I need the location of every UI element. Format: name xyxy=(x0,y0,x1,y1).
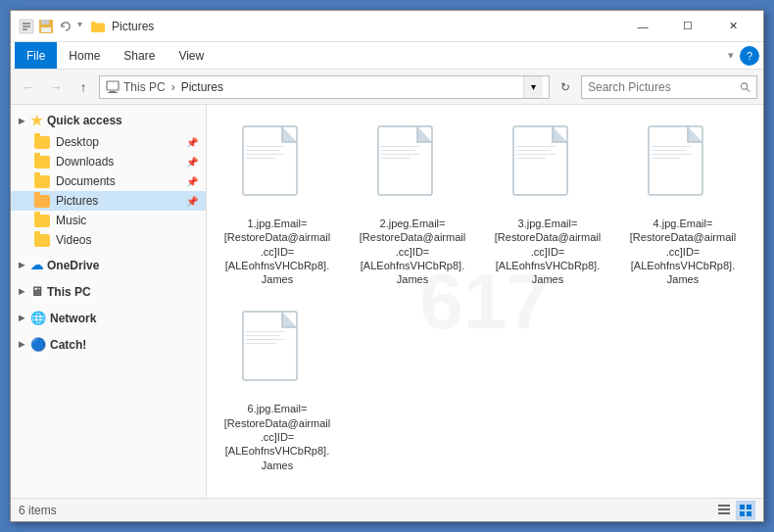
this-pc-label: This PC xyxy=(47,285,91,299)
onedrive-label: OneDrive xyxy=(47,259,99,272)
close-button[interactable]: ✕ xyxy=(710,11,755,42)
sidebar-header-this-pc[interactable]: ▶ 🖥 This PC xyxy=(11,280,206,303)
sidebar-item-documents[interactable]: Documents 📌 xyxy=(11,171,206,191)
status-bar: 6 items xyxy=(11,498,763,521)
sidebar-header-quick-access[interactable]: ▶ ★ Quick access xyxy=(11,109,206,132)
this-pc-expand-arrow: ▶ xyxy=(19,287,24,296)
maximize-button[interactable]: ☐ xyxy=(665,11,710,42)
menu-tab-view[interactable]: View xyxy=(167,42,216,69)
svg-rect-42 xyxy=(740,505,745,509)
catch-icon: 🔵 xyxy=(30,337,46,352)
search-icon xyxy=(740,81,750,93)
address-this-pc: This PC xyxy=(123,80,166,94)
large-icons-view-icon xyxy=(739,504,752,517)
file-item-1[interactable]: 1.jpg.Email=[RestoreData@airmail.cc]ID=[… xyxy=(218,117,336,294)
title-dropdown-arrow[interactable]: ▾ xyxy=(77,19,82,34)
videos-label: Videos xyxy=(56,233,91,247)
downloads-label: Downloads xyxy=(56,155,114,169)
onedrive-expand-arrow: ▶ xyxy=(19,261,24,269)
details-view-button[interactable] xyxy=(714,501,734,520)
large-icons-view-button[interactable] xyxy=(736,501,755,520)
quick-access-label: Quick access xyxy=(47,114,122,127)
sidebar-header-catch[interactable]: ▶ 🔵 Catch! xyxy=(11,333,206,356)
this-pc-icon: 🖥 xyxy=(30,284,43,299)
desktop-label: Desktop xyxy=(56,135,99,149)
sidebar-item-pictures[interactable]: Pictures 📌 xyxy=(11,191,206,211)
svg-rect-21 xyxy=(516,150,551,151)
sidebar-item-desktop[interactable]: Desktop 📌 xyxy=(11,132,206,152)
menu-tab-home[interactable]: Home xyxy=(57,42,112,69)
svg-rect-23 xyxy=(516,158,546,159)
menu-bar: File Home Share View ▾ ? xyxy=(11,42,763,70)
explorer-window: ▾ Pictures — ☐ ✕ File Home Share View ▾ … xyxy=(10,10,764,522)
sidebar-section-quick-access: ▶ ★ Quick access Desktop 📌 Downloads 📌 D… xyxy=(11,109,206,250)
svg-rect-36 xyxy=(246,335,280,336)
quick-access-star-icon: ★ xyxy=(30,113,43,128)
svg-point-7 xyxy=(741,82,747,88)
file-item-6[interactable]: 6.jpg.Email=[RestoreData@airmail.cc]ID=[… xyxy=(218,302,336,479)
menu-tab-file[interactable]: File xyxy=(15,42,57,69)
ribbon-toggle-icon[interactable]: ▾ xyxy=(728,49,734,62)
file-icon-6 xyxy=(238,310,316,398)
svg-rect-44 xyxy=(740,511,745,516)
file-icon-2 xyxy=(373,124,452,213)
toolbar: ← → ↑ This PC › Pictures ▾ ↻ xyxy=(11,70,763,105)
sidebar-section-catch: ▶ 🔵 Catch! xyxy=(11,333,206,356)
help-button[interactable]: ? xyxy=(740,46,759,66)
downloads-pin-icon: 📌 xyxy=(186,157,198,168)
sidebar-header-network[interactable]: ▶ 🌐 Network xyxy=(11,307,206,329)
window-controls: — ☐ ✕ xyxy=(620,11,755,42)
address-dropdown-btn[interactable]: ▾ xyxy=(523,76,543,98)
file-item-4[interactable]: 4.jpg.Email=[RestoreData@airmail.cc]ID=[… xyxy=(624,117,742,294)
file-icon-3 xyxy=(508,124,587,213)
minimize-button[interactable]: — xyxy=(620,11,665,42)
svg-rect-25 xyxy=(652,146,691,147)
documents-label: Documents xyxy=(56,174,116,188)
sidebar-header-onedrive[interactable]: ▶ ☁ OneDrive xyxy=(11,254,206,276)
file-area: 617 1.jpg.E xyxy=(207,105,763,498)
svg-rect-2 xyxy=(41,20,49,24)
sidebar-section-onedrive: ▶ ☁ OneDrive xyxy=(11,254,206,276)
search-bar[interactable] xyxy=(581,75,757,99)
svg-rect-39 xyxy=(718,505,730,507)
title-bar: ▾ Pictures — ☐ ✕ xyxy=(11,11,763,42)
window-title: Pictures xyxy=(112,20,154,33)
address-pictures: Pictures xyxy=(181,80,223,94)
svg-rect-38 xyxy=(246,343,275,344)
refresh-button[interactable]: ↻ xyxy=(554,75,577,99)
svg-rect-27 xyxy=(652,154,691,155)
details-view-icon xyxy=(717,504,731,517)
svg-rect-28 xyxy=(652,158,681,159)
catch-expand-arrow: ▶ xyxy=(19,340,24,349)
sidebar: ▶ ★ Quick access Desktop 📌 Downloads 📌 D… xyxy=(11,105,207,498)
search-input[interactable] xyxy=(588,80,736,94)
svg-rect-43 xyxy=(747,505,751,509)
file-item-5[interactable]: 5.jpg.Email=[RestoreData@airmail.cc]ID=[… xyxy=(759,117,763,294)
svg-rect-20 xyxy=(516,146,556,147)
menu-tab-share[interactable]: Share xyxy=(112,42,167,69)
address-bar[interactable]: This PC › Pictures ▾ xyxy=(99,75,550,99)
sidebar-item-videos[interactable]: Videos xyxy=(11,230,206,250)
file-item-3[interactable]: 3.jpg.Email=[RestoreData@airmail.cc]ID=[… xyxy=(489,117,606,294)
videos-folder-icon xyxy=(34,234,50,247)
undo-icon xyxy=(58,19,73,34)
file-name-2: 2.jpeg.Email=[RestoreData@airmail.cc]ID=… xyxy=(359,217,466,286)
file-item-2[interactable]: 2.jpeg.Email=[RestoreData@airmail.cc]ID=… xyxy=(354,117,471,294)
svg-rect-16 xyxy=(381,150,415,151)
up-button[interactable]: ↑ xyxy=(72,75,95,99)
catch-label: Catch! xyxy=(50,338,86,352)
sidebar-section-network: ▶ 🌐 Network xyxy=(11,307,206,329)
forward-button[interactable]: → xyxy=(44,75,68,99)
svg-rect-41 xyxy=(718,512,730,514)
sidebar-item-downloads[interactable]: Downloads 📌 xyxy=(11,152,206,171)
svg-rect-40 xyxy=(718,508,730,510)
documents-pin-icon: 📌 xyxy=(186,176,198,187)
desktop-folder-icon xyxy=(34,136,50,149)
window-title-area: Pictures xyxy=(90,19,620,34)
downloads-folder-icon xyxy=(34,156,50,169)
file-name-4: 4.jpg.Email=[RestoreData@airmail.cc]ID=[… xyxy=(629,217,737,286)
svg-rect-11 xyxy=(246,150,280,151)
file-icon-4 xyxy=(644,124,722,213)
sidebar-item-music[interactable]: Music xyxy=(11,211,206,230)
back-button[interactable]: ← xyxy=(17,75,40,99)
